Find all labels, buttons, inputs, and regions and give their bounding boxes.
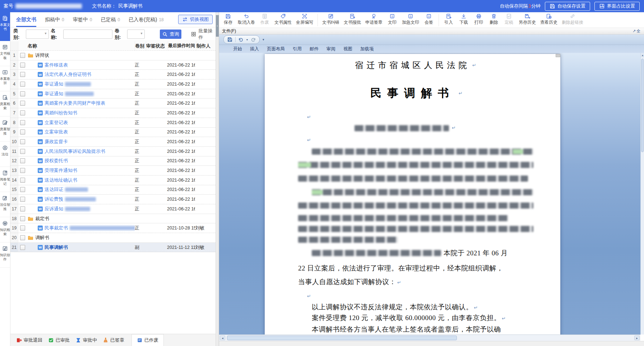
search-button[interactable]: 查询	[160, 29, 182, 39]
table-row-17[interactable]: 17W应诉通知正2021-06-22 16	[10, 204, 216, 214]
table-row-15[interactable]: 15W送达回证正2021-06-22 16	[10, 185, 216, 195]
doc-name-link[interactable]: 民事调解书	[45, 244, 68, 251]
doc-name-link[interactable]: 应诉通知	[45, 206, 63, 212]
legend-item-4[interactable]: 已作废	[131, 334, 164, 346]
ribbon-tab-4[interactable]: 邮件	[306, 45, 323, 53]
doc-name-link[interactable]: 人民法院民事诉讼风险提示书	[45, 148, 105, 155]
row-checkbox[interactable]	[20, 110, 25, 115]
vertical-scrollbar[interactable]: ▲	[640, 53, 644, 334]
sidebar-item-9[interactable]: 知识创作	[0, 242, 10, 268]
toolbar-button-2-1[interactable]: 下载	[458, 13, 469, 26]
vertical-scroll-thumb[interactable]	[641, 59, 644, 152]
row-checkbox[interactable]	[20, 53, 25, 58]
table-row-14[interactable]: 14W送达地址确认书正2021-06-22 16	[10, 176, 216, 185]
table-row-13[interactable]: 13W受理案件通知书正2021-06-22 16	[10, 166, 216, 176]
row-checkbox[interactable]	[20, 101, 25, 106]
panel-divider[interactable]: ‹	[216, 12, 219, 346]
name-input[interactable]	[63, 29, 112, 39]
ribbon-tab-2[interactable]: 页面布局	[263, 45, 289, 53]
sidebar-item-4[interactable]: 类案智推	[0, 117, 10, 142]
table-row-8[interactable]: 8W立案登记表正2021-06-22 16	[10, 118, 216, 128]
collapse-handle[interactable]: ‹	[216, 15, 219, 37]
row-checkbox[interactable]	[20, 82, 25, 87]
toolbar-button-0-4[interactable]: 全屏编写	[296, 13, 313, 26]
horizontal-scrollbar[interactable]: ◂ ▸	[219, 334, 640, 341]
ribbon-tab-7[interactable]: 加载项	[356, 45, 378, 53]
ribbon-tab-6[interactable]: 视图	[339, 45, 356, 53]
undo-icon[interactable]	[238, 37, 244, 42]
doc-name-link[interactable]: 诉讼费预	[45, 196, 63, 202]
table-row-10[interactable]: 10W廉政监督卡正2021-06-22 16	[10, 137, 216, 147]
legend-item-2[interactable]: 审批中	[75, 334, 97, 346]
horizontal-scroll-thumb[interactable]	[227, 336, 457, 340]
toolbar-button-2-6[interactable]: 查看历史	[540, 13, 557, 26]
row-checkbox[interactable]	[20, 63, 25, 68]
table-row-4[interactable]: 4W举证通知正2021-06-22 16	[10, 79, 216, 89]
sidebar-item-3[interactable]: 类案检索	[0, 91, 10, 117]
volume-select[interactable]	[127, 29, 145, 39]
toolbar-button-2-3[interactable]: 删除	[488, 13, 499, 26]
doc-name-link[interactable]: 廉政监督卡	[45, 138, 68, 145]
table-row-12[interactable]: 12W授权委托书正2021-06-22 16	[10, 156, 216, 166]
document-page[interactable]: 宿迁市宿城区人民法院 ↵ 民事调解书 ↵ ↵ ↵ ↵ 本院于 2021 年 06…	[265, 54, 560, 334]
toolbar-button-1-0[interactable]: 文书纠错	[322, 13, 339, 26]
toolbar-button-1-2[interactable]: 申请签章	[365, 13, 383, 26]
table-row-6[interactable]: 6W离婚案件夫妻共同财产申报表正2021-06-22 16	[10, 99, 216, 108]
folder-name[interactable]: 裁定书	[35, 215, 49, 222]
toolbar-button-2-5[interactable]: 另存历史	[519, 13, 536, 26]
row-checkbox[interactable]	[20, 139, 25, 144]
sidebar-item-1[interactable]: 文书模板	[0, 41, 10, 66]
table-row-19[interactable]: 19W民事裁定书正2021-10-28 15刘敏	[10, 223, 216, 233]
file-menu[interactable]: 文件(F)	[222, 28, 236, 34]
table-row-11[interactable]: 11W人民法院民事诉讼风险提示书正2021-06-22 16	[10, 147, 216, 156]
doc-tab-0[interactable]: 全部文书	[16, 12, 36, 27]
row-checkbox[interactable]	[20, 120, 25, 125]
doc-name-link[interactable]: 离婚纠纷告知书	[45, 110, 77, 116]
scroll-left-icon[interactable]: ◂	[220, 336, 225, 340]
table-row-2[interactable]: 2W案件移送表正2021-06-22 16	[10, 60, 216, 70]
scroll-right-icon[interactable]: ▸	[634, 336, 640, 340]
redo-icon[interactable]	[250, 37, 256, 42]
table-row-16[interactable]: 16W诉讼费预正2021-06-22 16	[10, 195, 216, 204]
doc-name-link[interactable]: 民事裁定书	[45, 225, 68, 231]
ribbon-tab-5[interactable]: 审阅	[323, 45, 339, 53]
toolbar-button-0-1[interactable]: 取消入卷	[238, 13, 255, 26]
doc-tab-3[interactable]: 已定稿0	[101, 12, 120, 27]
toolbar-button-1-3[interactable]: S文印	[387, 13, 398, 26]
toolbar-button-1-1[interactable]: 文书报批	[344, 13, 361, 26]
scroll-up-icon[interactable]: ▲	[641, 53, 644, 58]
ribbon-tab-3[interactable]: 引用	[289, 45, 306, 53]
legend-item-1[interactable]: 已审批	[48, 334, 70, 346]
switch-view-button[interactable]: 切换视图	[178, 15, 213, 24]
row-checkbox[interactable]	[20, 158, 25, 163]
toolbar-button-0-3[interactable]: 文书属性	[274, 13, 292, 26]
row-checkbox[interactable]	[20, 197, 25, 202]
doc-tab-2[interactable]: 审签中0	[73, 12, 92, 27]
doc-name-link[interactable]: 法定代表人身份证明书	[45, 71, 91, 78]
autosave-settings-button[interactable]: 自动保存设置	[545, 2, 590, 11]
ui-ratio-settings-button[interactable]: 界面占比设置	[594, 2, 640, 11]
undo-dropdown-icon[interactable]: ▾	[246, 38, 248, 41]
doc-name-link[interactable]: 授权委托书	[45, 158, 68, 164]
ribbon-tab-0[interactable]: 开始	[229, 45, 246, 53]
table-row-21[interactable]: 21W民事调解书副2021-11-12 11刘敏	[10, 243, 216, 252]
doc-name-link[interactable]: 离婚案件夫妻共同财产申报表	[45, 100, 105, 106]
toolbar-button-2-2[interactable]: 打印	[473, 13, 484, 26]
save-icon[interactable]	[227, 37, 233, 42]
toolbar-button-2-0[interactable]: 引入	[443, 13, 454, 26]
doc-name-link[interactable]: 送达回证	[45, 186, 63, 193]
table-row-5[interactable]: 5W举证通知正2021-06-22 16	[10, 89, 216, 99]
doc-name-link[interactable]: 立案登记表	[45, 119, 68, 126]
row-checkbox[interactable]	[20, 235, 25, 240]
sidebar-item-8[interactable]: 知识检索	[0, 217, 10, 242]
row-checkbox[interactable]	[20, 168, 25, 173]
table-row-18[interactable]: 18裁定书	[10, 214, 216, 224]
row-checkbox[interactable]	[20, 91, 25, 96]
row-checkbox[interactable]	[20, 178, 25, 183]
sidebar-item-0[interactable]: 本案文书	[0, 12, 10, 41]
row-checkbox[interactable]	[20, 187, 25, 192]
folder-name[interactable]: 调解书	[35, 235, 49, 241]
folder-name[interactable]: 诉辩状	[35, 52, 49, 59]
expand-control[interactable]: ↗全	[633, 28, 640, 34]
table-row-7[interactable]: 7W离婚纠纷告知书正2021-06-22 16	[10, 108, 216, 118]
